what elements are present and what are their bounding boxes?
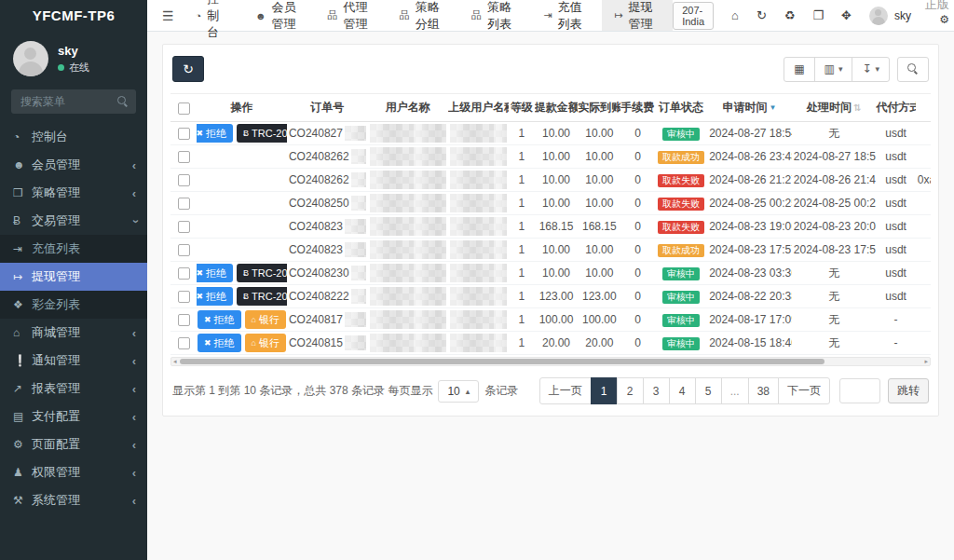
sidebar-item-充值列表[interactable]: ⇥充值列表 — [0, 235, 147, 263]
column-header-处理时间[interactable]: 处理时间⇅ — [792, 94, 877, 122]
tab-提现管理[interactable]: ↦提现管理 — [602, 0, 673, 31]
sidebar-item-策略管理[interactable]: ❒策略管理‹ — [0, 179, 147, 207]
tab-label: 策略分组 — [416, 0, 447, 33]
trash-icon[interactable]: ♻ — [784, 8, 796, 22]
home-icon[interactable]: ⌂ — [731, 8, 739, 22]
column-header-上级用户名称[interactable]: 上级用户名称 — [448, 94, 508, 122]
search-button[interactable] — [897, 57, 929, 82]
page-size-select[interactable]: 10▴ — [438, 380, 479, 403]
page-button-4[interactable]: 4 — [669, 377, 696, 404]
select-all-checkbox[interactable] — [178, 102, 190, 115]
tab-label: 策略列表 — [487, 0, 519, 33]
horizontal-scrollbar[interactable]: ◂ ▸ — [170, 357, 931, 366]
tab-策略分组[interactable]: 品策略分组 — [388, 0, 459, 31]
tab-充值列表[interactable]: ⇥充值列表 — [531, 0, 602, 31]
nav-user[interactable]: sky — [869, 7, 911, 25]
column-header-订单号[interactable]: 订单号 — [287, 94, 368, 122]
column-header-操作[interactable]: 操作 — [197, 94, 287, 122]
page-button-1[interactable]: 1 — [591, 377, 618, 404]
search-icon[interactable] — [117, 96, 129, 107]
row-checkbox[interactable] — [178, 221, 190, 233]
trc20-button[interactable]: ɃTRC-20 — [237, 287, 287, 306]
page-button-2[interactable]: 2 — [617, 377, 644, 404]
sort-icon[interactable]: ⇅ — [853, 102, 861, 113]
region-badge[interactable]: 207-India — [673, 2, 714, 30]
column-header-订单状态[interactable]: 订单状态 — [655, 94, 707, 122]
scrollbar-thumb[interactable] — [180, 359, 825, 364]
status-badge: 审核中 — [662, 314, 700, 327]
tab-代理管理[interactable]: 品代理管理 — [316, 0, 388, 31]
hamburger-icon[interactable]: ☰ — [153, 8, 184, 23]
row-checkbox[interactable] — [178, 244, 190, 256]
column-header-用户名称[interactable]: 用户名称 — [368, 94, 449, 122]
column-header-实际到账[interactable]: 实际到账 — [578, 94, 620, 122]
page-button-5[interactable]: 5 — [695, 377, 722, 404]
tab-会员管理[interactable]: ☻会员管理 — [243, 0, 316, 31]
column-header-代付方式[interactable]: 代付方式 — [876, 94, 915, 122]
reject-button[interactable]: ✖拒绝 — [198, 310, 241, 329]
sidebar-item-会员管理[interactable]: ☻会员管理‹ — [0, 151, 147, 179]
row-checkbox[interactable] — [178, 151, 190, 163]
pay-method-cell: - — [876, 332, 915, 355]
table-row: CO2408262110.0010.000取款成功2024-08-26 23:4… — [170, 145, 931, 169]
reject-button[interactable]: ✖拒绝 — [197, 264, 233, 282]
sidebar-item-报表管理[interactable]: ↗报表管理‹ — [0, 375, 147, 403]
bank-button[interactable]: ⌂银行 — [245, 310, 286, 329]
page-jump-input[interactable] — [839, 378, 880, 403]
tab-控制台[interactable]: ◔控制台 — [184, 0, 243, 31]
sidebar-item-系统管理[interactable]: ⚒系统管理‹ — [0, 486, 147, 514]
column-header-提款金额[interactable]: 提款金额 — [535, 94, 578, 122]
cogs-icon[interactable]: ⚙ — [939, 13, 949, 26]
sidebar-item-提现管理[interactable]: ↦提现管理 — [0, 263, 147, 291]
blurred-order-tail — [345, 126, 366, 141]
scroll-left-arrow[interactable]: ◂ — [173, 357, 177, 366]
refresh-icon[interactable]: ↻ — [756, 8, 767, 22]
sidebar-item-支付配置[interactable]: ▤支付配置‹ — [0, 403, 147, 430]
fee-cell: 0 — [620, 285, 654, 308]
page-button-3[interactable]: 3 — [643, 377, 670, 404]
reject-icon: ✖ — [197, 292, 203, 301]
sidebar-item-控制台[interactable]: ◔控制台 — [0, 123, 147, 151]
trc20-button[interactable]: ɃTRC-20 — [237, 264, 287, 282]
app-logo[interactable]: YFCMF-TP6 — [0, 0, 147, 32]
sidebar: YFCMF-TP6 sky 在线 ◔控制台☻会员管理‹❒策略管理‹Ƀ交易管理‹⇥… — [0, 0, 147, 560]
username-cell — [368, 192, 449, 215]
sidebar-item-权限管理[interactable]: ♟权限管理‹ — [0, 458, 147, 486]
next-page-button[interactable]: 下一页 — [778, 377, 830, 404]
sidebar-item-交易管理[interactable]: Ƀ交易管理‹ — [0, 207, 147, 235]
row-checkbox[interactable] — [178, 267, 190, 280]
prev-page-button[interactable]: 上一页 — [539, 377, 592, 404]
copy-icon[interactable]: ❐ — [812, 8, 824, 22]
sidebar-item-商城管理[interactable]: ⌂商城管理‹ — [0, 319, 147, 347]
bank-button[interactable]: ⌂银行 — [245, 334, 286, 352]
reject-button[interactable]: ✖拒绝 — [197, 287, 233, 306]
column-header-等级[interactable]: 等级 — [509, 94, 535, 122]
applied-time-cell: 2024-08-15 18:40:13 — [707, 332, 792, 355]
expand-icon[interactable]: ✥ — [841, 8, 852, 22]
row-checkbox[interactable] — [178, 174, 190, 186]
order-cell: CO240827 — [287, 122, 368, 145]
column-header-申请时间[interactable]: 申请时间▼ — [707, 94, 792, 122]
columns-button[interactable]: ▥▾ — [814, 57, 853, 82]
sidebar-item-彩金列表[interactable]: ❖彩金列表 — [0, 291, 147, 319]
toggle-view-button[interactable]: ▦ — [784, 57, 814, 82]
row-checkbox[interactable] — [178, 198, 190, 210]
reject-button[interactable]: ✖拒绝 — [197, 124, 233, 143]
tab-策略列表[interactable]: 品策略列表 — [459, 0, 531, 31]
row-checkbox[interactable] — [178, 291, 190, 303]
reject-button[interactable]: ✖拒绝 — [198, 334, 241, 352]
row-checkbox[interactable] — [178, 337, 190, 349]
sidebar-item-页面配置[interactable]: ⚙页面配置‹ — [0, 430, 147, 458]
column-header-手续费[interactable]: 手续费 — [620, 94, 654, 122]
page-button-38[interactable]: 38 — [748, 377, 779, 404]
row-checkbox[interactable] — [178, 128, 190, 140]
trc20-button[interactable]: ɃTRC-20 — [237, 124, 287, 143]
column-header-extra[interactable] — [916, 94, 931, 122]
sidebar-item-通知管理[interactable]: ❕通知管理‹ — [0, 347, 147, 375]
sort-desc-icon[interactable]: ▼ — [770, 103, 777, 112]
scroll-right-arrow[interactable]: ▸ — [924, 357, 928, 366]
page-jump-button[interactable]: 跳转 — [888, 378, 929, 403]
refresh-button[interactable]: ↻ — [172, 56, 204, 82]
export-button[interactable]: ↧▾ — [852, 57, 890, 82]
row-checkbox[interactable] — [178, 314, 190, 326]
